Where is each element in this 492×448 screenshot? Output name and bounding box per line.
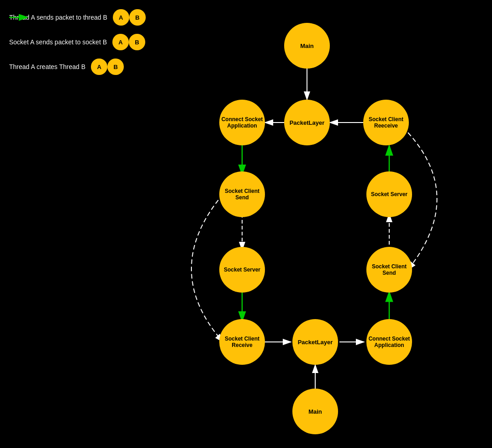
node-socket-server-left: Socket Server [219, 247, 265, 293]
node-socket-client-receive-top: Socket Client Reeceive [363, 100, 409, 145]
node-main-top: Main [284, 23, 330, 69]
node-packetlayer-top: PacketLayer [284, 100, 330, 145]
diagram-container: Thread A sends packet to thread B A B So… [0, 0, 492, 448]
node-socket-client-receive-bottom: Socket Client Receive [219, 319, 265, 365]
node-main-bottom: Main [292, 389, 338, 434]
arrows-svg [0, 0, 492, 448]
node-connect-socket-top: Connect Socket Application [219, 100, 265, 145]
node-socket-server-right: Socket Server [366, 171, 412, 217]
node-connect-socket-bottom: Connect Socket Application [366, 319, 412, 365]
node-packetlayer-bottom: PacketLayer [292, 319, 338, 365]
node-socket-client-send-right: Socket Client Send [366, 247, 412, 293]
node-socket-client-send-left: Socket Client Send [219, 171, 265, 217]
